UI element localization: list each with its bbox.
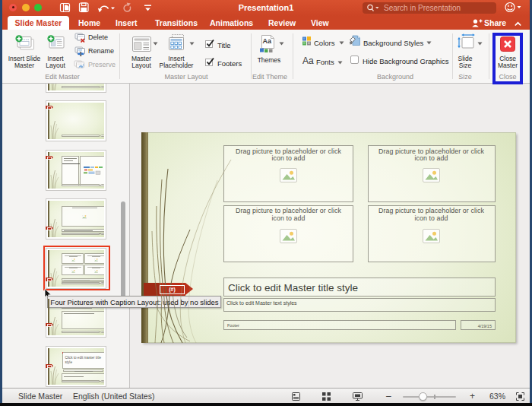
svg-text:Aa: Aa [263, 37, 272, 45]
